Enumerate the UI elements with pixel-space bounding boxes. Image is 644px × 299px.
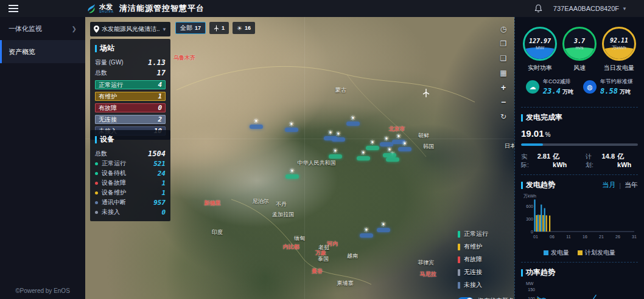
map-city-label: 北京市 bbox=[389, 125, 405, 133]
solar-station-marker[interactable]: ☀ bbox=[360, 227, 373, 238]
solar-station-marker[interactable]: ☀ bbox=[329, 148, 342, 159]
accent-bar bbox=[521, 114, 523, 122]
eco-unit: 万吨 bbox=[562, 89, 573, 95]
legend-generation: 发电量 bbox=[544, 249, 569, 257]
station-select-dropdown[interactable]: 水发能源风光储清洁... ▼ bbox=[90, 22, 170, 36]
tab-current-year[interactable]: 当年 bbox=[625, 180, 638, 190]
row-label: 容量 (GW) bbox=[95, 58, 124, 67]
legend-color-bar bbox=[458, 256, 460, 263]
solar-station-marker[interactable]: ☀ bbox=[357, 150, 370, 160]
device-value: 24 bbox=[158, 170, 166, 177]
gauge-value: 3.7 bbox=[574, 38, 585, 44]
map-region-label: 中华人民共和国 bbox=[298, 159, 336, 167]
legend-label: 有维护 bbox=[464, 242, 482, 251]
svg-text:16: 16 bbox=[583, 235, 587, 239]
status-value: 1 bbox=[158, 92, 162, 100]
accent-bar bbox=[521, 269, 523, 277]
device-total-label: 总数 bbox=[95, 150, 107, 158]
page-title: 清洁能源管控智慧平台 bbox=[119, 3, 205, 14]
wind-station-marker[interactable] bbox=[422, 89, 430, 98]
station-info-row: 容量 (GW)1.13 bbox=[95, 57, 166, 67]
reset-view-icon[interactable]: ↻ bbox=[499, 112, 508, 122]
legend-label: 无连接 bbox=[464, 268, 482, 277]
actual-label: 实际: bbox=[521, 153, 535, 170]
sun-icon: ☀ bbox=[363, 227, 369, 233]
grid-icon[interactable]: ▦ bbox=[499, 68, 508, 78]
filter-chip-all[interactable]: 全部 17 bbox=[175, 22, 206, 34]
kpi-panel: 127.97 MW 实时功率 3.7 m/s 风速 bbox=[514, 17, 644, 299]
sun-icon: ☀ bbox=[289, 121, 295, 127]
row-value: 1.13 bbox=[148, 58, 166, 67]
sun-icon: ☀ bbox=[387, 146, 393, 153]
account-menu[interactable]: 737EAA0BACD8420F ▼ bbox=[553, 5, 627, 12]
gauge-daily-generation: 92.11 万kWh 当日发电量 bbox=[600, 27, 638, 72]
solar-station-marker[interactable]: ☀ bbox=[285, 168, 299, 179]
svg-text:0: 0 bbox=[531, 230, 533, 234]
zoom-in-icon[interactable]: + bbox=[499, 83, 508, 92]
menu-icon[interactable] bbox=[0, 0, 28, 17]
solar-station-marker[interactable]: ☀ bbox=[332, 131, 345, 142]
brand-logo: 水发 SHUIFA 清洁能源管控智慧平台 bbox=[86, 3, 205, 14]
sun-icon: ☀ bbox=[380, 221, 387, 227]
device-label: 正常运行 bbox=[102, 159, 126, 168]
satellite-map[interactable]: 乌鲁木齐北京市新德里内比都河内万象曼谷马尼拉蒙古中华人民共和国朝鲜韩国日本尼泊尔… bbox=[85, 17, 514, 299]
station-name-pill bbox=[377, 228, 390, 232]
station-status-row: 有维护1 bbox=[95, 92, 166, 101]
generation-trend-title: 发电趋势 bbox=[526, 180, 555, 190]
solar-station-marker[interactable]: ☀ bbox=[383, 146, 396, 157]
map-legend-item: 无连接 bbox=[458, 268, 514, 277]
legend-color-bar bbox=[458, 244, 460, 250]
status-dot-icon bbox=[95, 182, 98, 185]
panel-right-icon[interactable]: ❏ bbox=[499, 53, 508, 63]
bell-icon[interactable] bbox=[534, 4, 542, 13]
svg-text:26: 26 bbox=[615, 235, 620, 239]
gauge-realtime-power: 127.97 MW 实时功率 bbox=[521, 27, 559, 72]
sidebar-item-asset-overview[interactable]: 资产概览 bbox=[0, 40, 85, 63]
map-region-label: 不丹 bbox=[276, 201, 287, 208]
station-name-pill bbox=[285, 128, 298, 132]
gauge-label: 风速 bbox=[573, 64, 586, 72]
accent-bar bbox=[95, 45, 97, 52]
history-clock-icon[interactable]: ◷ bbox=[499, 24, 508, 34]
solar-station-marker[interactable]: ☀ bbox=[398, 140, 411, 151]
tab-current-month[interactable]: 当月 bbox=[602, 180, 615, 190]
filter-chip-solar[interactable]: ☀ 16 bbox=[233, 22, 255, 34]
map-region-label: 缅甸 bbox=[294, 235, 305, 242]
status-dot-icon bbox=[95, 162, 98, 165]
gauge-label: 当日发电量 bbox=[604, 64, 634, 72]
station-name-pill bbox=[386, 157, 399, 162]
solar-station-marker[interactable]: ☀ bbox=[380, 136, 393, 146]
asset-status-color-toggle[interactable] bbox=[458, 297, 474, 299]
wind-turbine-icon bbox=[214, 25, 219, 32]
top-header: 水发 SHUIFA 清洁能源管控智慧平台 737EAA0BACD8420F ▼ bbox=[0, 0, 644, 17]
completion-title: 发电完成率 bbox=[526, 112, 562, 123]
solar-station-marker[interactable]: ☀ bbox=[377, 221, 390, 232]
map-region-label: 菲律宾 bbox=[418, 259, 435, 267]
map-region-label: 印度 bbox=[212, 229, 223, 236]
sidebar-item-integrated-monitoring[interactable]: 一体化监视 ❯ bbox=[0, 17, 85, 40]
map-city-label: 乌鲁木齐 bbox=[173, 54, 195, 62]
filter-chip-wind[interactable]: 1 bbox=[209, 22, 229, 34]
gauge-unit: m/s bbox=[576, 45, 584, 50]
solar-station-marker[interactable]: ☀ bbox=[346, 115, 360, 126]
map-status-legend: 正常运行有维护有故障无连接未接入 资产状态颜色 bbox=[458, 230, 514, 299]
account-id: 737EAA0BACD8420F bbox=[553, 5, 619, 12]
map-city-label: 马尼拉 bbox=[420, 270, 436, 278]
solar-station-marker[interactable]: ☀ bbox=[285, 121, 298, 132]
map-region-label: 尼泊尔 bbox=[253, 198, 269, 205]
device-label: 通讯中断 bbox=[102, 198, 126, 207]
panel-left-icon[interactable]: ❐ bbox=[499, 39, 508, 49]
sidebar-item-label: 一体化监视 bbox=[9, 24, 42, 33]
device-value: 1 bbox=[161, 179, 166, 187]
caret-down-icon: ▼ bbox=[622, 6, 627, 12]
station-name-pill bbox=[285, 174, 299, 179]
solar-station-marker[interactable]: ☀ bbox=[250, 118, 263, 129]
status-label: 有维护 bbox=[99, 92, 117, 101]
map-city-label: 新德里 bbox=[205, 199, 221, 207]
status-value: 4 bbox=[158, 81, 162, 89]
power-trend-section: 功率趋势 MW05010015000:0005:0010:0015:0020:0… bbox=[521, 263, 638, 299]
zoom-out-icon[interactable]: − bbox=[499, 97, 508, 107]
solar-station-marker[interactable]: ☀ bbox=[366, 139, 379, 150]
station-name-pill bbox=[332, 137, 345, 142]
map-city-label: 曼谷 bbox=[312, 267, 323, 275]
